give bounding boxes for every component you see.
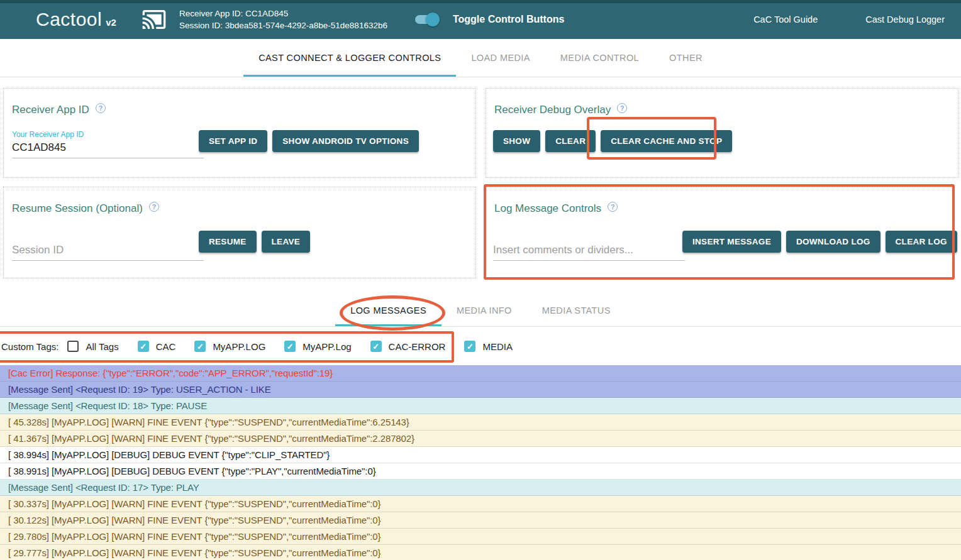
tag-label: CAC-ERROR xyxy=(389,341,446,352)
tag-option-myapp-log-upper[interactable]: MyAPP.LOG xyxy=(194,341,265,352)
app-header: Cactool v2 Receiver App ID: CC1AD845 Ses… xyxy=(0,0,961,39)
receiver-app-id-field-label: Your Receiver App ID xyxy=(12,130,204,139)
tag-label: MyAPP.LOG xyxy=(213,341,265,352)
log-row[interactable]: [Message Sent] <Request ID: 19> Type: US… xyxy=(0,382,961,398)
receiver-app-id-input[interactable] xyxy=(12,140,204,158)
receiver-app-id-title: Receiver App ID xyxy=(12,104,89,116)
checkbox-checked-icon[interactable] xyxy=(464,341,475,352)
custom-tags-bar: Custom Tags: All Tags CAC MyAPP.LOG MyAP… xyxy=(0,327,961,365)
tag-option-all-tags[interactable]: All Tags xyxy=(67,341,118,352)
set-app-id-button[interactable]: SET APP ID xyxy=(199,130,267,152)
log-row[interactable]: [ 30.337s] [MyAPP.LOG] [WARN] FINE EVENT… xyxy=(0,496,961,512)
insert-message-button[interactable]: INSERT MESSAGE xyxy=(682,231,781,253)
show-button[interactable]: SHOW xyxy=(493,130,540,152)
tab-cast-connect-logger-controls[interactable]: CAST CONNECT & LOGGER CONTROLS xyxy=(243,39,456,77)
log-row[interactable]: [ 29.780s] [MyAPP.LOG] [WARN] FINE EVENT… xyxy=(0,529,961,545)
resume-session-title: Resume Session (Optional) xyxy=(12,202,143,215)
debug-overlay-buttons: SHOW CLEAR CLEAR CACHE AND STOP xyxy=(493,130,732,152)
panel-receiver-debug-overlay: Receiver Debug Overlay ? SHOW CLEAR CLEA… xyxy=(486,88,958,178)
tag-label: MyAPP.Log xyxy=(303,341,351,352)
log-row[interactable]: [Message Sent] <Request ID: 18> Type: PA… xyxy=(0,398,961,414)
custom-tags-label: Custom Tags: xyxy=(1,341,58,352)
cac-tool-guide-link[interactable]: CaC Tool Guide xyxy=(753,14,818,25)
toggle-control-buttons-label: Toggle Control Buttons xyxy=(453,14,564,25)
header-top-strip xyxy=(0,0,961,3)
app-version: v2 xyxy=(106,17,116,28)
help-icon[interactable]: ? xyxy=(617,103,627,113)
log-row[interactable]: [ 30.122s] [MyAPP.LOG] [WARN] FINE EVENT… xyxy=(0,512,961,529)
resume-session-buttons: RESUME LEAVE xyxy=(199,231,310,253)
tab-other[interactable]: OTHER xyxy=(654,39,718,77)
cactool-app: Cactool v2 Receiver App ID: CC1AD845 Ses… xyxy=(0,0,961,560)
clear-cache-and-stop-button[interactable]: CLEAR CACHE AND STOP xyxy=(601,130,732,152)
session-id-text: Session ID: 3bdea581-574e-4292-a8be-51de… xyxy=(179,19,387,31)
tag-label: CAC xyxy=(156,341,176,352)
panel-title-row: Log Message Controls ? xyxy=(494,202,618,215)
session-id-field xyxy=(12,243,204,261)
checkbox-unchecked-icon[interactable] xyxy=(67,341,79,352)
tab-log-messages[interactable]: LOG MESSAGES xyxy=(335,295,442,326)
receiver-debug-overlay-title: Receiver Debug Overlay xyxy=(494,104,611,116)
download-log-button[interactable]: DOWNLOAD LOG xyxy=(786,231,880,253)
checkbox-checked-icon[interactable] xyxy=(194,341,206,352)
checkbox-checked-icon[interactable] xyxy=(284,341,296,352)
receiver-app-id-buttons: SET APP ID SHOW ANDROID TV OPTIONS xyxy=(199,130,419,152)
tag-option-cac-error[interactable]: CAC-ERROR xyxy=(370,341,446,352)
log-message-controls-title: Log Message Controls xyxy=(494,202,601,215)
tab-load-media[interactable]: LOAD MEDIA xyxy=(456,39,545,77)
app-title: Cactool xyxy=(36,9,102,30)
session-id-input[interactable] xyxy=(12,243,204,261)
leave-button[interactable]: LEAVE xyxy=(262,231,311,253)
cast-icon xyxy=(139,7,169,32)
log-message-list: [Cac Error] Response: {"type":"ERROR","c… xyxy=(0,365,961,560)
checkbox-checked-icon[interactable] xyxy=(138,341,149,352)
receiver-app-id-field: Your Receiver App ID xyxy=(12,130,204,158)
panel-title-row: Receiver Debug Overlay ? xyxy=(494,104,627,116)
checkbox-checked-icon[interactable] xyxy=(370,341,382,352)
toggle-knob[interactable] xyxy=(426,13,440,26)
panel-title-row: Resume Session (Optional) ? xyxy=(12,202,159,215)
toggle-control-buttons-switch[interactable] xyxy=(415,15,438,24)
tag-label: MEDIA xyxy=(482,341,513,352)
show-android-tv-options-button[interactable]: SHOW ANDROID TV OPTIONS xyxy=(272,130,419,152)
tab-media-info[interactable]: MEDIA INFO xyxy=(442,295,527,326)
log-message-controls-buttons: INSERT MESSAGE DOWNLOAD LOG CLEAR LOG xyxy=(682,231,957,253)
receiver-app-id-text: Receiver App ID: CC1AD845 xyxy=(179,8,387,19)
session-info: Receiver App ID: CC1AD845 Session ID: 3b… xyxy=(179,8,387,31)
tab-media-control[interactable]: MEDIA CONTROL xyxy=(545,39,654,77)
log-row[interactable]: [ 41.367s] [MyAPP.LOG] [WARN] FINE EVENT… xyxy=(0,431,961,447)
tag-label: All Tags xyxy=(86,341,118,352)
panel-title-row: Receiver App ID ? xyxy=(12,104,106,116)
tag-option-cac[interactable]: CAC xyxy=(138,341,176,352)
log-comment-input[interactable] xyxy=(493,243,685,261)
app-logo: Cactool v2 xyxy=(36,9,116,30)
log-row[interactable]: [Message Sent] <Request ID: 17> Type: PL… xyxy=(0,480,961,496)
clear-log-button[interactable]: CLEAR LOG xyxy=(886,231,957,253)
tag-option-myapp-log-mixed[interactable]: MyAPP.Log xyxy=(284,341,351,352)
log-row[interactable]: [Cac Error] Response: {"type":"ERROR","c… xyxy=(0,365,961,382)
log-row[interactable]: [ 38.991s] [MyAPP.LOG] [DEBUG] DEBUG EVE… xyxy=(0,463,961,480)
log-comment-field xyxy=(493,243,685,261)
main-tab-bar: CAST CONNECT & LOGGER CONTROLS LOAD MEDI… xyxy=(0,39,961,77)
resume-button[interactable]: RESUME xyxy=(199,231,257,253)
log-tab-bar: LOG MESSAGES MEDIA INFO MEDIA STATUS xyxy=(0,295,961,327)
panel-resume-session: Resume Session (Optional) ? RESUME LEAVE xyxy=(3,187,476,278)
help-icon[interactable]: ? xyxy=(608,202,618,212)
clear-button[interactable]: CLEAR xyxy=(545,130,596,152)
log-row[interactable]: [ 29.777s] [MyAPP.LOG] [WARN] FINE EVENT… xyxy=(0,545,961,560)
panel-receiver-app-id: Receiver App ID ? Your Receiver App ID S… xyxy=(3,88,476,178)
panel-log-message-controls: Log Message Controls ? INSERT MESSAGE DO… xyxy=(486,187,953,278)
log-row[interactable]: [ 45.328s] [MyAPP.LOG] [WARN] FINE EVENT… xyxy=(0,414,961,431)
cast-debug-logger-link[interactable]: Cast Debug Logger xyxy=(865,14,945,25)
tag-option-media[interactable]: MEDIA xyxy=(464,341,513,352)
help-icon[interactable]: ? xyxy=(149,202,159,212)
help-icon[interactable]: ? xyxy=(96,103,106,113)
tab-media-status[interactable]: MEDIA STATUS xyxy=(527,295,626,326)
log-row[interactable]: [ 38.994s] [MyAPP.LOG] [DEBUG] DEBUG EVE… xyxy=(0,447,961,463)
